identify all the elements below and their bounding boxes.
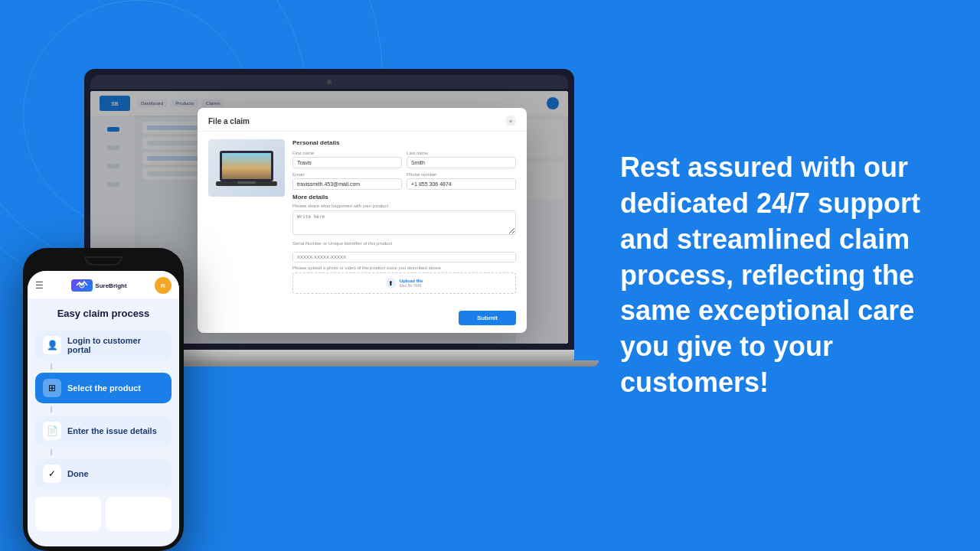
svg-rect-4 <box>237 181 256 184</box>
first-name-group: First name <box>292 151 402 168</box>
more-details-section: More details Please share what happened … <box>292 194 516 294</box>
email-label: Email <box>292 172 402 177</box>
serial-label: Serial Number or Unique Identifier of th… <box>292 241 516 246</box>
phone-cards-row <box>35 497 172 531</box>
phone-step-icon-login: 👤 <box>43 336 61 354</box>
phone-app-header: ☰ SureBright R <box>28 271 179 298</box>
phone-section-title: Easy claim process <box>35 308 172 319</box>
phone-screen: ☰ SureBright R <box>28 271 179 546</box>
phone-menu-icon[interactable]: ☰ <box>35 280 44 291</box>
phone-step-label-login: Login to customer portal <box>67 336 164 354</box>
issue-textarea[interactable] <box>292 210 516 235</box>
upload-icon: ⬆ <box>386 278 397 289</box>
phone-label: Phone number <box>407 172 516 177</box>
right-section: Rest assured with our dedicated 24/7 sup… <box>582 0 980 551</box>
phone-step-icon-issue: 📄 <box>43 422 61 440</box>
modal-form: Personal details First name Last <box>292 139 516 298</box>
laptop-product-icon <box>216 147 277 189</box>
phone-input[interactable] <box>407 178 516 190</box>
phone-bottom-card-1 <box>35 497 101 531</box>
phone-step-label-done: Done <box>67 469 89 478</box>
phone-step-product: ⊞ Select the product <box>35 373 172 403</box>
phone-bottom-card-2 <box>106 497 172 531</box>
left-section: SB Dashboard Products Claims <box>0 0 582 551</box>
logo-svg <box>75 281 89 290</box>
phone-notch-bar <box>28 253 179 269</box>
phone-step-label-issue: Enter the issue details <box>67 426 157 435</box>
phone-user-avatar[interactable]: R <box>155 277 172 294</box>
step-connector-2 <box>51 406 52 412</box>
modal-close-button[interactable]: × <box>505 116 516 126</box>
marketing-text-block: Rest assured with our dedicated 24/7 sup… <box>620 150 942 401</box>
upload-area[interactable]: ⬆ Upload file Max file 5MB <box>292 272 516 294</box>
phone-group: Phone number <box>407 172 516 190</box>
first-name-input[interactable] <box>292 157 402 168</box>
laptop-camera-bar <box>90 75 568 89</box>
step-connector-3 <box>51 449 52 455</box>
last-name-label: Last name <box>407 151 516 155</box>
phone-step-label-product: Select the product <box>67 383 141 393</box>
file-claim-modal: File a claim × <box>198 108 527 333</box>
phone-step-icon-product: ⊞ <box>43 379 61 397</box>
phone-step-issue: 📄 Enter the issue details <box>35 416 172 446</box>
name-row: First name Last name <box>292 151 516 168</box>
phone-outer: ☰ SureBright R <box>23 248 184 551</box>
last-name-group: Last name <box>407 151 516 168</box>
modal-title: File a claim <box>208 117 250 126</box>
modal-footer: Submit <box>198 306 527 333</box>
svg-rect-2 <box>222 153 271 179</box>
upload-size-text: Max file 5MB <box>400 283 423 288</box>
upload-label: Please upload a photo or video of the pr… <box>292 266 516 270</box>
first-name-label: First name <box>292 151 402 155</box>
last-name-input[interactable] <box>407 157 516 168</box>
phone-logo-icon <box>71 279 93 292</box>
issue-label: Please share what happened with your pro… <box>292 204 516 208</box>
phone-logo-text: SureBright <box>95 282 126 289</box>
phone-app-content: Easy claim process 👤 Login to customer p… <box>28 298 179 540</box>
submit-button[interactable]: Submit <box>459 311 516 325</box>
step-connector-1 <box>51 364 52 370</box>
more-details-title: More details <box>292 194 516 201</box>
personal-details-title: Personal details <box>292 139 516 146</box>
marketing-headline: Rest assured with our dedicated 24/7 sup… <box>620 150 942 401</box>
email-group: Email <box>292 172 402 190</box>
modal-header: File a claim × <box>198 108 527 132</box>
phone-logo: SureBright <box>71 279 126 292</box>
product-image <box>208 139 285 197</box>
laptop-camera <box>327 80 332 84</box>
serial-input[interactable] <box>292 252 516 262</box>
upload-text-block: Upload file Max file 5MB <box>400 279 423 288</box>
phone-step-login: 👤 Login to customer portal <box>35 330 172 360</box>
email-input[interactable] <box>292 178 402 190</box>
phone-step-icon-done: ✓ <box>43 465 61 483</box>
phone-notch <box>84 256 122 266</box>
main-layout: SB Dashboard Products Claims <box>0 0 980 551</box>
phone-step-done: ✓ Done <box>35 458 172 489</box>
modal-body: Personal details First name Last <box>198 132 527 306</box>
contact-row: Email Phone number <box>292 172 516 190</box>
phone: ☰ SureBright R <box>23 248 184 551</box>
